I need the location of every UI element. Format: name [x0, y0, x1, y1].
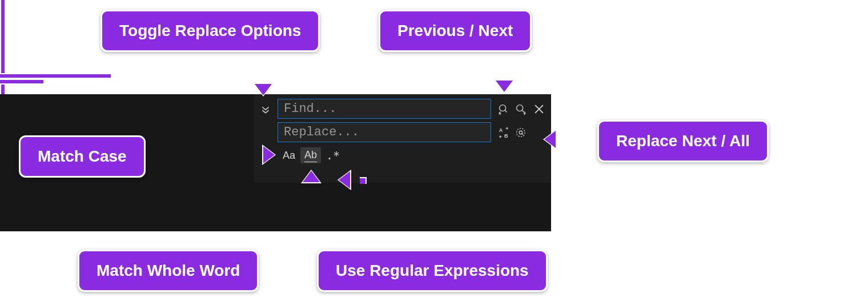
arrow-shaft [0, 73, 111, 79]
replace-next-button[interactable]: A B [496, 125, 512, 141]
use-regex-toggle[interactable]: .* [324, 147, 341, 163]
arrow-shaft [0, 0, 6, 39]
svg-text:A: A [499, 127, 503, 133]
match-case-toggle[interactable]: Aa [280, 147, 298, 163]
close-icon [533, 103, 545, 115]
arrow-head [496, 81, 513, 92]
callout-use-regex: Use Regular Expressions [317, 250, 548, 292]
arrow-head [263, 146, 275, 163]
arrow-head [303, 171, 320, 182]
svg-line-8 [522, 134, 523, 135]
match-whole-word-toggle[interactable]: Ab [300, 147, 321, 163]
previous-match-button[interactable] [496, 101, 512, 117]
arrow-head [339, 171, 350, 188]
replace-all-icon [515, 126, 527, 139]
arrow-head [544, 131, 556, 148]
match-word-label: Ab [304, 149, 317, 162]
callout-match-case: Match Case [19, 135, 146, 178]
svg-line-3 [522, 110, 524, 113]
double-chevron-down-icon [260, 105, 271, 115]
svg-line-1 [505, 110, 507, 113]
callout-match-whole-word: Match Whole Word [78, 250, 259, 292]
callout-replace-next-all: Replace Next / All [597, 120, 769, 162]
replace-all-button[interactable] [513, 125, 529, 141]
replace-next-icon: A B [497, 126, 510, 139]
close-button[interactable] [531, 101, 547, 117]
next-match-button[interactable] [513, 101, 529, 117]
svg-point-6 [517, 129, 525, 137]
svg-text:B: B [504, 133, 508, 139]
arrow-head [255, 84, 272, 95]
arrow-shaft [0, 79, 43, 85]
toggle-replace-button[interactable] [260, 104, 271, 115]
arrow-corner [360, 177, 367, 184]
find-input[interactable] [278, 99, 491, 119]
callout-toggle-replace: Toggle Replace Options [101, 10, 320, 52]
arrow-shaft [0, 39, 6, 73]
search-previous-icon [497, 103, 510, 115]
replace-input[interactable] [278, 122, 491, 142]
callout-previous-next: Previous / Next [379, 10, 532, 52]
search-next-icon [515, 103, 527, 115]
